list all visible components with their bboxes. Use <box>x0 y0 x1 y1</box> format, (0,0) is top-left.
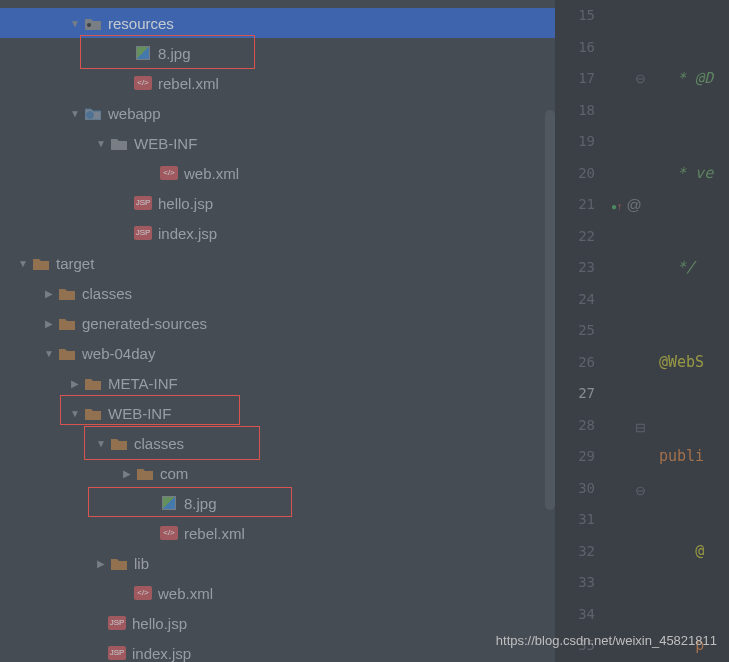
svg-point-1 <box>87 111 94 118</box>
tree-item-webxml-2[interactable]: </> web.xml <box>0 578 555 608</box>
resources-folder-icon <box>84 14 102 32</box>
line-number: 28 <box>555 410 605 442</box>
fold-mark-icon[interactable]: ⊖ <box>605 63 655 95</box>
tree-item-webapp[interactable]: webapp <box>0 98 555 128</box>
tree-label: rebel.xml <box>184 525 245 542</box>
editor-panel: 15 16 17 18 19 20 21 22 23 24 25 26 27 2… <box>555 0 729 662</box>
tree-item-index-1[interactable]: JSP index.jsp <box>0 218 555 248</box>
line-number: 16 <box>555 32 605 64</box>
tree-label: webapp <box>108 105 161 122</box>
line-number: 26 <box>555 347 605 379</box>
folder-icon <box>32 254 50 272</box>
expand-arrow-icon[interactable] <box>118 468 136 479</box>
expand-arrow-icon[interactable] <box>66 108 84 119</box>
image-file-icon <box>134 44 152 62</box>
line-number: 30 <box>555 473 605 505</box>
expand-arrow-icon[interactable] <box>40 318 58 329</box>
tree-item-rebel-1[interactable]: </> rebel.xml <box>0 68 555 98</box>
expand-arrow-icon[interactable] <box>66 378 84 389</box>
folder-icon <box>84 374 102 392</box>
folder-icon <box>110 434 128 452</box>
tree-label: WEB-INF <box>108 405 171 422</box>
xml-file-icon: </> <box>134 584 152 602</box>
expand-arrow-icon[interactable] <box>92 438 110 449</box>
tree-label: classes <box>134 435 184 452</box>
tree-item-lib[interactable]: lib <box>0 548 555 578</box>
tree-item-hello-2[interactable]: JSP hello.jsp <box>0 608 555 638</box>
tree-label: web.xml <box>184 165 239 182</box>
jsp-file-icon: JSP <box>134 224 152 242</box>
fold-mark-icon[interactable]: ⊖ <box>605 475 655 507</box>
line-number: 34 <box>555 599 605 631</box>
tree-label: web.xml <box>158 585 213 602</box>
tree-item-index-2[interactable]: JSP index.jsp <box>0 638 555 662</box>
image-file-icon <box>160 494 178 512</box>
expand-arrow-icon[interactable] <box>92 138 110 149</box>
expand-arrow-icon[interactable] <box>14 258 32 269</box>
folder-icon <box>84 404 102 422</box>
tree-label: index.jsp <box>158 225 217 242</box>
line-number: 32 <box>555 536 605 568</box>
jsp-file-icon: JSP <box>108 644 126 662</box>
expand-arrow-icon[interactable] <box>66 18 84 29</box>
line-number: 21 <box>555 189 605 221</box>
tree-label: generated-sources <box>82 315 207 332</box>
tree-item-8jpg-1[interactable]: 8.jpg <box>0 38 555 68</box>
tree-item-8jpg-2[interactable]: 8.jpg <box>0 488 555 518</box>
tree-item-classes-2[interactable]: classes <box>0 428 555 458</box>
jsp-file-icon: JSP <box>108 614 126 632</box>
tree-label: web-04day <box>82 345 155 362</box>
tree-label: resources <box>108 15 174 32</box>
expand-arrow-icon[interactable] <box>66 408 84 419</box>
project-tree: resources 8.jpg </> rebel.xml webapp WEB… <box>0 0 555 662</box>
code-editor[interactable]: * @D * ve */ @WebS publi @ p <box>655 0 729 662</box>
tree-item-gensrc[interactable]: generated-sources <box>0 308 555 338</box>
tree-label: META-INF <box>108 375 178 392</box>
line-number: 18 <box>555 95 605 127</box>
at-gutter-icon: @ <box>626 196 641 213</box>
tree-item-metainf[interactable]: META-INF <box>0 368 555 398</box>
up-arrow-icon: ↑ <box>617 200 623 212</box>
tree-label: 8.jpg <box>158 45 191 62</box>
xml-file-icon: </> <box>160 164 178 182</box>
svg-point-0 <box>87 23 91 27</box>
folder-icon <box>58 314 76 332</box>
line-number: 31 <box>555 504 605 536</box>
line-number: 19 <box>555 126 605 158</box>
line-number: 15 <box>555 0 605 32</box>
tree-item-webinf-2[interactable]: WEB-INF <box>0 398 555 428</box>
tree-item-webxml-1[interactable]: </> web.xml <box>0 158 555 188</box>
tree-label: index.jsp <box>132 645 191 662</box>
line-number: 33 <box>555 567 605 599</box>
tree-item-rebel-2[interactable]: </> rebel.xml <box>0 518 555 548</box>
expand-arrow-icon[interactable] <box>40 288 58 299</box>
line-number: 29 <box>555 441 605 473</box>
fold-mark-icon[interactable]: ⊟ <box>605 412 655 444</box>
tree-label: hello.jsp <box>158 195 213 212</box>
line-number: 27 <box>555 378 605 410</box>
folder-icon <box>110 554 128 572</box>
jsp-file-icon: JSP <box>134 194 152 212</box>
folder-icon <box>58 344 76 362</box>
line-number-gutter: 15 16 17 18 19 20 21 22 23 24 25 26 27 2… <box>555 0 605 662</box>
expand-arrow-icon[interactable] <box>92 558 110 569</box>
project-tree-panel: resources 8.jpg </> rebel.xml webapp WEB… <box>0 0 555 662</box>
tree-item-resources[interactable]: resources <box>0 8 555 38</box>
line-number: 25 <box>555 315 605 347</box>
line-number: 24 <box>555 284 605 316</box>
tree-item-classes[interactable]: classes <box>0 278 555 308</box>
tree-item-target[interactable]: target <box>0 248 555 278</box>
tree-label: rebel.xml <box>158 75 219 92</box>
tree-item-web04[interactable]: web-04day <box>0 338 555 368</box>
tree-item-com[interactable]: com <box>0 458 555 488</box>
xml-file-icon: </> <box>160 524 178 542</box>
expand-arrow-icon[interactable] <box>40 348 58 359</box>
tree-item-webinf-1[interactable]: WEB-INF <box>0 128 555 158</box>
tree-item-hello-1[interactable]: JSP hello.jsp <box>0 188 555 218</box>
tree-label: com <box>160 465 188 482</box>
tree-label: 8.jpg <box>184 495 217 512</box>
line-number: 22 <box>555 221 605 253</box>
folder-icon <box>110 134 128 152</box>
line-number: 17 <box>555 63 605 95</box>
webapp-folder-icon <box>84 104 102 122</box>
